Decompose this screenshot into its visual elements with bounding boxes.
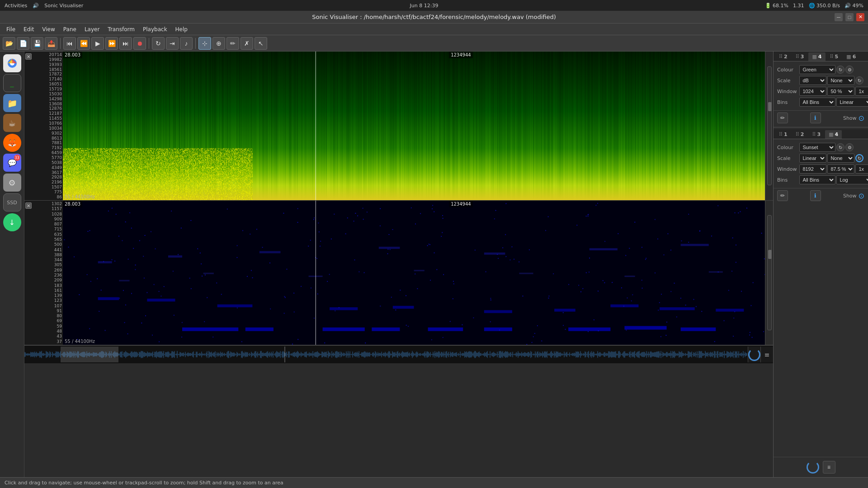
rewind-button[interactable]: ⏮ — [63, 37, 76, 50]
app-icon-coffee[interactable]: ☕ — [3, 114, 21, 132]
window-size-2[interactable]: 8192 4096 16384 — [799, 164, 826, 174]
panel1-edit-button[interactable]: ✏ — [777, 113, 788, 123]
colour-settings-1[interactable]: ⚙ — [845, 66, 854, 74]
select-tool[interactable]: ⊕ — [212, 37, 225, 50]
menu-view[interactable]: View — [38, 25, 58, 34]
app-icon-firefox[interactable]: 🦊 — [3, 134, 21, 152]
window-control-1: 1024 512 2048 50 % 25 % 75 % 1x 2x — [799, 87, 868, 96]
colour-refresh-2[interactable]: ↻ — [836, 143, 844, 151]
app-icon-update[interactable]: ↓ — [3, 213, 21, 231]
activities-label[interactable]: Activities — [5, 3, 27, 9]
window-label-1: Window — [777, 87, 797, 96]
waveform-overview[interactable]: ≡ — [24, 345, 773, 363]
yaxis-tick: 86 — [33, 195, 62, 199]
panel-extra-button[interactable]: ≡ — [823, 461, 835, 474]
menu-file[interactable]: File — [3, 25, 19, 34]
panel2-show-control[interactable]: Show ⊙ — [843, 192, 864, 200]
panel1-tab-2[interactable]: ⠿2 — [775, 52, 791, 61]
panel1-tab-6[interactable]: ▦6 — [843, 52, 859, 61]
spec1-canvas[interactable]: 28.003 1234944 55 / 44100Hz — [63, 52, 765, 200]
scale-refresh-2[interactable]: ↻ — [855, 154, 863, 162]
spec1-yaxis: 20714 19982 19393 18561 17872 17140 1605… — [24, 52, 63, 200]
panel2-tab-1[interactable]: ⠿1 — [775, 130, 791, 139]
play-button[interactable]: ▶ — [91, 37, 104, 50]
window-zoom-1[interactable]: 1x 2x — [855, 87, 868, 96]
colour-select-1[interactable]: Green Sunset Red Blue — [799, 65, 835, 74]
app-icon-settings[interactable]: ⚙ — [3, 174, 21, 192]
app-icon-ssd[interactable]: SSD — [3, 193, 21, 211]
panel2-tab-4[interactable]: ▦4 — [825, 130, 842, 139]
panel1-tab-5[interactable]: ⠿5 — [826, 52, 842, 61]
spec2-time-right: 1234944 — [449, 201, 473, 207]
panel1-tab-3[interactable]: ⠿3 — [792, 52, 808, 61]
panel2-close-button[interactable]: ✕ — [25, 202, 32, 209]
bins-mode-1[interactable]: Linear Log — [836, 98, 868, 107]
colour-settings-2[interactable]: ⚙ — [845, 143, 854, 151]
spec2-scrollbar[interactable] — [765, 201, 773, 345]
open-button[interactable]: 📂 — [3, 37, 15, 50]
colour-refresh-1[interactable]: ↻ — [836, 66, 844, 74]
yaxis-tick: 1507 — [33, 185, 62, 189]
bins-select-2[interactable]: All Bins Peaks — [799, 175, 835, 184]
scale-label-1: Scale — [777, 76, 797, 85]
window-pct-2[interactable]: 87.5 % 75 % 50 % — [827, 164, 854, 174]
spec1-scrollbar[interactable] — [765, 52, 773, 200]
panel2-tab-2[interactable]: ⠿2 — [792, 130, 808, 139]
new-button[interactable]: 📄 — [17, 37, 29, 50]
mute-button[interactable]: ♪ — [180, 37, 193, 50]
next-button[interactable]: ⏩ — [105, 37, 118, 50]
app-icon-chrome[interactable] — [3, 54, 21, 72]
yaxis-tick: 11455 — [33, 116, 62, 121]
panel2-edit-button[interactable]: ✏ — [777, 190, 788, 201]
show-toggle-1[interactable]: ⊙ — [859, 114, 864, 122]
bins-mode-2[interactable]: Log Linear — [836, 175, 868, 184]
main-area: _ 📁 ☕ 🦊 💬 33 ⚙ SSD ↓ ✕ 2 — [0, 52, 868, 477]
show-toggle-2[interactable]: ⊙ — [859, 192, 864, 200]
colour-select-2[interactable]: Sunset Green Red Blue — [799, 143, 835, 152]
prev-button[interactable]: ⏪ — [77, 37, 90, 50]
menu-playback[interactable]: Playback — [139, 25, 171, 34]
status-bar: Click and drag to navigate; use mouse-wh… — [0, 477, 868, 488]
yaxis-tick: 14298 — [33, 97, 62, 101]
app-icon-discord[interactable]: 💬 33 — [3, 154, 21, 172]
minimize-button[interactable]: ─ — [835, 13, 843, 21]
yaxis-tick: 1157 — [33, 206, 62, 211]
scale-select-2[interactable]: Linear dB — [799, 154, 826, 163]
panel1-close-button[interactable]: ✕ — [25, 53, 32, 60]
scale-extra-1[interactable]: None Log — [827, 76, 854, 85]
pointer-tool[interactable]: ⊹ — [198, 37, 211, 50]
menu-edit[interactable]: Edit — [20, 25, 38, 34]
end-button[interactable]: ⏭ — [119, 37, 132, 50]
menu-pane[interactable]: Pane — [60, 25, 80, 34]
window-zoom-2[interactable]: 1x 2x — [855, 164, 868, 174]
panel1-tab-4[interactable]: ▦4 — [808, 52, 825, 61]
save-button[interactable]: 💾 — [31, 37, 43, 50]
bins-select-1[interactable]: All Bins Peaks — [799, 98, 835, 107]
menu-transform[interactable]: Transform — [104, 25, 138, 34]
panel2-tab-3[interactable]: ⠿3 — [808, 130, 824, 139]
close-button[interactable]: ✕ — [856, 13, 864, 21]
panel1-info-button[interactable]: ℹ — [810, 113, 821, 123]
scale-select-1[interactable]: dB Linear — [799, 76, 826, 85]
yaxis-tick: 5038 — [33, 160, 62, 165]
menu-layer[interactable]: Layer — [81, 25, 103, 34]
window-title: Sonic Visualiser : /home/harsh/ctf/bcact… — [312, 14, 556, 20]
app-icon-terminal[interactable]: _ — [3, 74, 21, 92]
loop-button[interactable]: ↻ — [152, 37, 165, 50]
window-size-1[interactable]: 1024 512 2048 — [799, 87, 826, 96]
scale-extra-2[interactable]: None Log — [827, 154, 854, 163]
draw-tool[interactable]: ✏ — [226, 37, 239, 50]
spec2-canvas[interactable]: 28.003 1234944 55 / 44100Hz — [63, 201, 765, 345]
measure-tool[interactable]: ↖ — [255, 37, 267, 50]
panel1-show-control[interactable]: Show ⊙ — [843, 114, 864, 122]
erase-tool[interactable]: ✗ — [241, 37, 253, 50]
record-button[interactable]: ⏺ — [133, 37, 146, 50]
window-pct-1[interactable]: 50 % 25 % 75 % — [827, 87, 854, 96]
speed-up-button[interactable]: ⇥ — [166, 37, 179, 50]
app-icon-files[interactable]: 📁 — [3, 94, 21, 112]
panel2-info-button[interactable]: ℹ — [810, 190, 821, 201]
scale-refresh-1[interactable]: ↻ — [855, 76, 863, 84]
export-button[interactable]: 📤 — [45, 37, 57, 50]
maximize-button[interactable]: □ — [845, 13, 854, 21]
menu-help[interactable]: Help — [172, 25, 191, 34]
